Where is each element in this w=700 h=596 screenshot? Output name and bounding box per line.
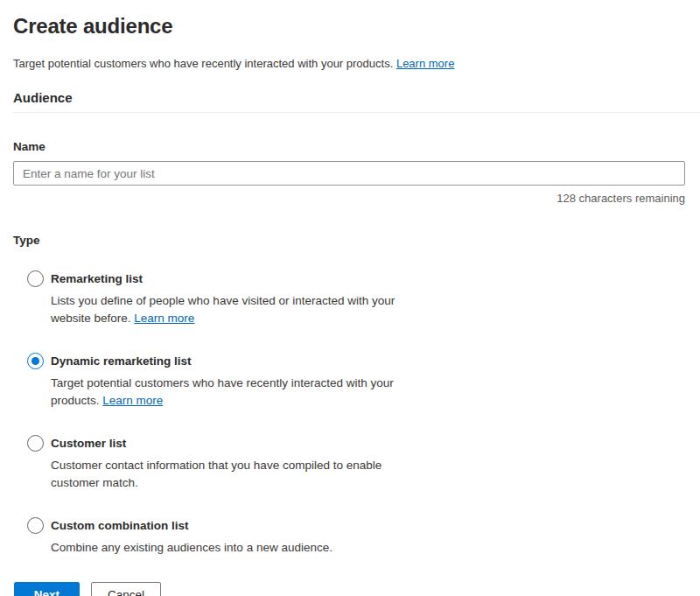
name-label: Name	[13, 140, 685, 153]
option-label[interactable]: Remarketing list	[51, 272, 143, 285]
radio-dot	[32, 357, 39, 365]
option-label[interactable]: Dynamic remarketing list	[51, 354, 192, 368]
section-divider	[13, 112, 700, 113]
option-description-text: Customer contact information that you ha…	[51, 459, 382, 489]
option-label[interactable]: Customer list	[51, 437, 126, 450]
radio-custom-combination-list[interactable]	[27, 517, 44, 534]
page-title: Create audience	[13, 13, 685, 39]
form-actions: Next Cancel	[13, 582, 685, 596]
option-learn-more-link[interactable]: Learn more	[102, 394, 163, 407]
option-learn-more-link[interactable]: Learn more	[134, 312, 194, 325]
option-description: Target potential customers who have rece…	[51, 375, 418, 410]
page-subtitle: Target potential customers who have rece…	[13, 57, 685, 71]
audience-section-heading: Audience	[13, 90, 685, 106]
cancel-button[interactable]: Cancel	[91, 582, 161, 596]
radio-remarketing-list[interactable]	[27, 270, 44, 287]
option-remarketing-list: Remarketing list Lists you define of peo…	[13, 270, 685, 327]
name-input[interactable]	[13, 161, 685, 186]
option-description-text: Combine any existing audiences into a ne…	[51, 541, 332, 554]
characters-remaining: 128 characters remaining	[13, 192, 685, 205]
next-button[interactable]: Next	[14, 582, 80, 596]
option-dynamic-remarketing-list: Dynamic remarketing list Target potentia…	[13, 353, 685, 410]
subtitle-text: Target potential customers who have rece…	[13, 57, 393, 70]
radio-customer-list[interactable]	[27, 435, 44, 452]
option-description: Combine any existing audiences into a ne…	[51, 539, 418, 557]
option-description: Lists you define of people who have visi…	[51, 292, 418, 327]
create-audience-form: Create audience Target potential custome…	[0, 13, 700, 596]
option-description-text: Lists you define of people who have visi…	[51, 294, 395, 325]
radio-dynamic-remarketing-list[interactable]	[27, 353, 44, 369]
subtitle-learn-more-link[interactable]: Learn more	[396, 57, 454, 70]
option-label[interactable]: Custom combination list	[51, 519, 189, 532]
type-label: Type	[13, 234, 685, 247]
option-customer-list: Customer list Customer contact informati…	[13, 435, 685, 492]
option-description: Customer contact information that you ha…	[51, 457, 418, 492]
option-custom-combination-list: Custom combination list Combine any exis…	[13, 517, 685, 557]
